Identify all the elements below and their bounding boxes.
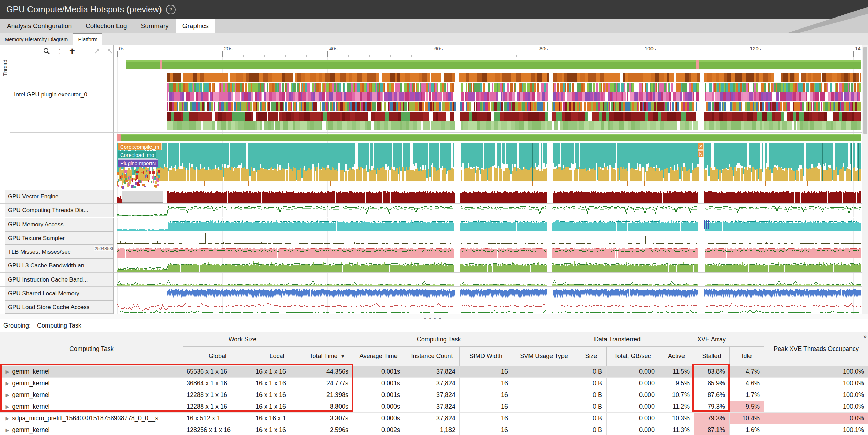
pane-splitter[interactable]: ●●●● xyxy=(0,314,868,319)
table-row[interactable]: ▶sdpa_micro_prefill_15640301518758938778… xyxy=(0,413,868,424)
col-header-size[interactable]: Size xyxy=(576,347,607,366)
col-header-peak-xve-occupancy[interactable]: Peak XVE Threads Occupancy » xyxy=(764,332,868,366)
thread-row-2-label[interactable] xyxy=(10,133,113,190)
timeline-chart-gpu-load-store-cache-access[interactable] xyxy=(113,300,862,314)
metric-row-gpu-instruction-cache-band[interactable]: GPU Instruction Cache Band... xyxy=(0,273,113,287)
timeline-chart-thread-1[interactable] xyxy=(113,57,862,133)
expand-row-icon[interactable]: ▶ xyxy=(6,427,9,433)
tab-collection-log[interactable]: Collection Log xyxy=(79,19,134,33)
group-header-xve-array[interactable]: XVE Array xyxy=(659,332,764,347)
col-header-local[interactable]: Local xyxy=(252,347,302,366)
col-header-total-gbsec[interactable]: Total, GB/sec xyxy=(607,347,659,366)
time-axis[interactable]: 0s20s40s60s80s100s120s140s xyxy=(113,45,862,57)
axis-tick-label: 120s xyxy=(750,46,761,51)
metric-label-gpu-computing-threads-dis[interactable]: GPU Computing Threads Dis... xyxy=(5,204,113,217)
tab-graphics[interactable]: Graphics xyxy=(176,19,215,33)
expand-row-icon[interactable]: ▶ xyxy=(6,369,9,374)
flame-bar-core-compile-m[interactable]: Core::compile_m xyxy=(118,143,162,150)
metric-label-gpu-load-store-cache-access[interactable]: GPU Load Store Cache Access xyxy=(5,300,113,314)
grouping-combobox[interactable]: Computing Task xyxy=(34,321,476,330)
metric-label-gpu-shared-local-memory[interactable]: GPU Shared Local Memory ... xyxy=(5,287,113,300)
column-chooser-button[interactable]: » xyxy=(863,333,867,340)
metric-row-gpu-l3-cache-bandwidth-an[interactable]: GPU L3 Cache Bandwidth an... xyxy=(0,259,113,273)
group-header-computing-task[interactable]: Computing Task xyxy=(302,332,576,347)
cell-peak: 100.0% xyxy=(764,389,868,401)
group-header-data-transferred[interactable]: Data Transferred xyxy=(576,332,659,347)
title-bar: GPU Compute/Media Hotspots (preview) ? xyxy=(0,0,868,19)
metric-row-gpu-memory-access[interactable]: GPU Memory Access xyxy=(0,218,113,231)
expand-row-icon[interactable]: ▶ xyxy=(6,416,9,421)
cell-total-time: 21.398s xyxy=(302,389,353,401)
timeline-chart-gpu-shared-local-memory[interactable] xyxy=(113,287,862,300)
cell-simd: 16 xyxy=(460,378,512,389)
help-icon[interactable]: ? xyxy=(166,5,176,14)
flame-bar-plugin-importn[interactable]: Plugin::ImportN xyxy=(118,159,158,167)
timeline-scrollbar[interactable] xyxy=(862,45,868,314)
metric-row-gpu-computing-threads-dis[interactable]: GPU Computing Threads Dis... xyxy=(0,204,113,217)
table-row[interactable]: ▶gemm_kernel12288 x 1 x 1616 x 1 x 1621.… xyxy=(0,389,868,401)
cell-gbsec: 0.000 xyxy=(607,378,659,389)
subtab-memory-hierarchy-diagram[interactable]: Memory Hierarchy Diagram xyxy=(0,33,73,45)
timeline-chart-gpu-computing-threads-dis[interactable] xyxy=(113,204,862,217)
zoom-options-icon[interactable]: ⋮ xyxy=(57,48,63,54)
timeline-scrollbar-thumb[interactable] xyxy=(863,47,867,134)
flame-marker-n[interactable]: N xyxy=(698,150,704,157)
subtab-platform[interactable]: Platform xyxy=(73,33,102,45)
timeline-chart-gpu-texture-sampler[interactable] xyxy=(113,231,862,245)
timeline-chart-tlb-misses-misses-sec[interactable] xyxy=(113,245,862,259)
flame-marker-s[interactable]: S xyxy=(698,143,704,150)
metric-label-gpu-instruction-cache-band[interactable]: GPU Instruction Cache Band... xyxy=(5,273,113,286)
table-row[interactable]: ▶gemm_kernel65536 x 1 x 1616 x 1 x 1644.… xyxy=(0,366,868,378)
col-header-average-time[interactable]: Average Time xyxy=(353,347,404,366)
metric-row-tlb-misses-misses-sec[interactable]: TLB Misses, Misses/sec25048536 xyxy=(0,245,113,259)
timeline-chart-gpu-vector-engine[interactable] xyxy=(113,190,862,204)
metric-label-gpu-texture-sampler[interactable]: GPU Texture Sampler xyxy=(5,231,113,245)
vtune-window: GPU Compute/Media Hotspots (preview) ? A… xyxy=(0,0,868,435)
metric-label-text: TLB Misses, Misses/sec xyxy=(8,249,70,255)
col-header-idle[interactable]: Idle xyxy=(730,347,764,366)
expand-row-icon[interactable]: ▶ xyxy=(6,381,9,386)
cell-simd: 16 xyxy=(460,424,512,435)
metric-label-text: GPU Vector Engine xyxy=(8,193,58,200)
thread-row-label[interactable]: Intel GPU plugin executor_0 ... xyxy=(10,57,113,133)
zoom-in-button[interactable]: + xyxy=(69,48,75,55)
timeline-chart-thread-2[interactable]: Core::compile_mCore::load_moPlugin::Impo… xyxy=(113,133,862,190)
zoom-fit-selection-icon[interactable] xyxy=(94,48,100,54)
group-header-work-size[interactable]: Work Size xyxy=(183,332,302,347)
flame-bar-core-load-mo[interactable]: Core::load_mo xyxy=(118,151,156,159)
col-header-svm-usage-type[interactable]: SVM Usage Type xyxy=(512,347,576,366)
tab-summary[interactable]: Summary xyxy=(134,19,175,33)
cell-instances: 37,824 xyxy=(404,401,460,413)
col-header-simd-width[interactable]: SIMD Width xyxy=(460,347,512,366)
metric-row-gpu-texture-sampler[interactable]: GPU Texture Sampler xyxy=(0,231,113,245)
timeline-chart-gpu-l3-cache-bandwidth-an[interactable] xyxy=(113,259,862,273)
metric-row-gpu-vector-engine[interactable]: GPU Vector Engine xyxy=(0,190,113,204)
col-header-total-time[interactable]: Total Time▼ xyxy=(302,347,353,366)
zoom-select-icon[interactable] xyxy=(43,48,50,55)
expand-row-icon[interactable]: ▶ xyxy=(6,404,9,409)
metric-label-gpu-l3-cache-bandwidth-an[interactable]: GPU L3 Cache Bandwidth an... xyxy=(5,259,113,272)
timeline-chart-gpu-memory-access[interactable] xyxy=(113,218,862,231)
cell-active: 10.7% xyxy=(659,389,694,401)
col-header-global[interactable]: Global xyxy=(183,347,252,366)
col-header-stalled[interactable]: Stalled xyxy=(694,347,730,366)
table-row[interactable]: ▶gemm_kernel12288 x 1 x 1616 x 1 x 168.8… xyxy=(0,401,868,413)
metric-row-gpu-shared-local-memory[interactable]: GPU Shared Local Memory ... xyxy=(0,287,113,300)
zoom-out-button[interactable]: − xyxy=(82,48,87,55)
metric-row-gpu-load-store-cache-access[interactable]: GPU Load Store Cache Access xyxy=(0,300,113,314)
cell-gbsec: 0.000 xyxy=(607,401,659,413)
metric-label-tlb-misses-misses-sec[interactable]: TLB Misses, Misses/sec25048536 xyxy=(5,245,113,259)
expand-row-icon[interactable]: ▶ xyxy=(6,392,9,398)
zoom-fit-all-icon[interactable] xyxy=(107,48,113,54)
timeline-chart-gpu-instruction-cache-band[interactable] xyxy=(113,273,862,287)
col-header-active[interactable]: Active xyxy=(659,347,694,366)
metric-label-gpu-memory-access[interactable]: GPU Memory Access xyxy=(5,218,113,231)
tab-analysis-configuration[interactable]: Analysis Configuration xyxy=(0,19,79,33)
col-header-instance-count[interactable]: Instance Count xyxy=(404,347,460,366)
cell-svm xyxy=(512,378,576,389)
table-row[interactable]: ▶gemm_kernel128256 x 1 x 1616 x 1 x 162.… xyxy=(0,424,868,435)
metric-label-gpu-vector-engine[interactable]: GPU Vector Engine xyxy=(5,190,113,203)
table-row[interactable]: ▶gemm_kernel36864 x 1 x 1616 x 1 x 1624.… xyxy=(0,378,868,389)
grouping-row: Grouping: Computing Task xyxy=(0,319,868,332)
col-header-computing-task[interactable]: Computing Task xyxy=(0,332,183,366)
